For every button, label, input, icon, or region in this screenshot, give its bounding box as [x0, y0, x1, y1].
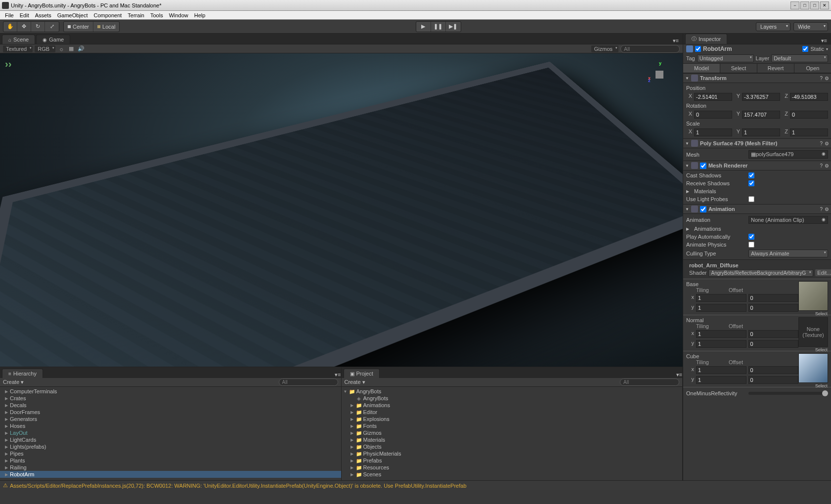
tab-scene[interactable]: ⌂Scene [2, 35, 35, 44]
restore-button[interactable]: □ [810, 1, 819, 9]
chevron-right-icon[interactable]: ▶ [5, 424, 10, 428]
project-item[interactable]: ▶📁Gizmos [342, 429, 683, 436]
scene-viewport[interactable]: ›› x y z [0, 53, 683, 367]
object-name[interactable]: RobotArm [703, 45, 800, 52]
static-checkbox[interactable] [802, 46, 808, 52]
chevron-icon[interactable]: ▶ [350, 424, 355, 428]
lightprobes-checkbox[interactable] [748, 196, 754, 202]
chevron-right-icon[interactable]: ▶ [5, 389, 10, 394]
chevron-icon[interactable]: ▶ [350, 403, 355, 408]
rendermode-dropdown[interactable]: RGB [35, 45, 55, 52]
pos-x-input[interactable] [694, 93, 732, 101]
project-item[interactable]: ▶📁Animations [342, 402, 683, 409]
animation-clip-ref[interactable]: None (Animation Clip)◉ [748, 216, 828, 224]
culling-type-dropdown[interactable]: Always Animate [748, 250, 828, 257]
project-create[interactable]: Create ▾ [345, 379, 365, 385]
tab-hierarchy[interactable]: ≡Hierarchy [2, 369, 43, 378]
cube-tiling-x[interactable] [696, 366, 746, 374]
tag-dropdown[interactable]: Untagged [697, 54, 754, 62]
chevron-right-icon[interactable]: ▶ [5, 438, 10, 442]
menu-gameobject[interactable]: GameObject [54, 12, 91, 18]
chevron-icon[interactable]: ▶ [350, 410, 355, 415]
project-item[interactable]: ▶📁Fonts [342, 422, 683, 429]
hierarchy-search[interactable] [279, 378, 338, 386]
scale-tool[interactable]: ⤢ [45, 22, 59, 32]
hierarchy-item[interactable]: ▶Pipes [0, 450, 341, 457]
chevron-right-icon[interactable]: ▶ [5, 445, 10, 449]
pause-button[interactable]: ❚❚ [431, 22, 446, 32]
base-texture-slot[interactable]: Select [798, 281, 828, 311]
chevron-right-icon[interactable]: ▶ [5, 431, 10, 435]
static-dropdown-icon[interactable]: ▾ [826, 47, 828, 51]
orientation-gizmo[interactable]: x y z [648, 63, 673, 88]
inspector-tabmenu[interactable]: ▾≡ [817, 38, 831, 44]
play-auto-checkbox[interactable] [748, 234, 754, 240]
tab-game[interactable]: ◉Game [36, 35, 70, 44]
menu-edit[interactable]: Edit [17, 12, 32, 18]
chevron-right-icon[interactable]: ▶ [5, 472, 10, 477]
project-item[interactable]: ▶📁Objects [342, 443, 683, 450]
gizmo-z-axis[interactable]: z [648, 78, 651, 83]
menu-window[interactable]: Window [166, 12, 191, 18]
prefab-revert-button[interactable]: Revert [757, 64, 794, 73]
scene-light-toggle[interactable]: ☼ [57, 46, 65, 52]
hierarchy-item[interactable]: ▶Hoses [0, 422, 341, 429]
gizmo-y-axis[interactable]: y [659, 61, 661, 66]
chevron-right-icon[interactable]: ▶ [5, 403, 10, 408]
project-item[interactable]: ▶📁Editor [342, 409, 683, 416]
hierarchy-item[interactable]: ▶RobotArm [0, 471, 341, 478]
chevron-right-icon[interactable]: ▶ [5, 417, 10, 421]
project-item[interactable]: ▶📁Explosions [342, 416, 683, 422]
help-icon[interactable]: ? [820, 141, 823, 146]
prefab-select-button[interactable]: Select [720, 64, 757, 73]
object-enabled-checkbox[interactable] [695, 46, 701, 52]
minimize-button[interactable]: − [790, 1, 799, 9]
chevron-icon[interactable]: ▶ [350, 417, 355, 421]
chevron-right-icon[interactable]: ▶ [5, 459, 10, 463]
hierarchy-item[interactable]: ▶DoorFrames [0, 409, 341, 416]
chevron-icon[interactable]: ▶ [350, 459, 355, 463]
cast-shadows-checkbox[interactable] [748, 172, 754, 178]
help-icon[interactable]: ? [820, 207, 823, 212]
pivot-local-toggle[interactable]: Local [93, 22, 119, 32]
project-item[interactable]: ◈AngryBots [342, 395, 683, 402]
move-tool[interactable]: ✥ [17, 22, 31, 32]
hierarchy-item[interactable]: ▶Crates [0, 395, 341, 402]
cube-tiling-y[interactable] [696, 376, 746, 384]
scale-x-input[interactable] [694, 128, 732, 136]
meshrenderer-enabled[interactable] [700, 163, 706, 169]
chevron-icon[interactable]: ▶ [350, 472, 355, 477]
chevron-icon[interactable]: ▶ [350, 438, 355, 442]
hierarchy-create[interactable]: Create ▾ [3, 379, 24, 385]
normal-tiling-x[interactable] [696, 330, 746, 338]
prefab-open-button[interactable]: Open [794, 64, 831, 73]
hierarchy-item[interactable]: ▶Decals [0, 402, 341, 409]
project-item[interactable]: ▶📁PhysicMaterials [342, 450, 683, 457]
pos-y-input[interactable] [742, 93, 780, 101]
clip-picker-icon[interactable]: ◉ [822, 217, 826, 223]
scale-z-input[interactable] [790, 128, 828, 136]
hierarchy-list[interactable]: ▶ComputerTerminals▶Crates▶Decals▶DoorFra… [0, 387, 341, 480]
menu-tools[interactable]: Tools [147, 12, 166, 18]
shader-edit-button[interactable]: Edit... [815, 269, 831, 276]
animate-physics-checkbox[interactable] [748, 242, 754, 248]
tab-project[interactable]: ▣Project [344, 369, 380, 378]
chevron-right-icon[interactable]: ▶ [5, 410, 10, 415]
menu-terrain[interactable]: Terrain [125, 12, 147, 18]
normal-tiling-y[interactable] [696, 340, 746, 348]
project-item[interactable]: ▶📁Scenes [342, 471, 683, 478]
maximize-button[interactable]: □ [800, 1, 809, 9]
base-tiling-y[interactable] [696, 304, 746, 312]
base-offset-x[interactable] [748, 294, 799, 302]
rot-z-input[interactable] [790, 111, 828, 119]
project-item[interactable]: ▼📁AngryBots [342, 388, 683, 395]
chevron-icon[interactable]: ▶ [350, 431, 355, 435]
project-item[interactable]: ▶📁Prefabs [342, 457, 683, 464]
transform-header[interactable]: ▼ Transform ? ⚙ [683, 73, 831, 83]
menu-assets[interactable]: Assets [32, 12, 54, 18]
scene-search[interactable] [620, 45, 680, 53]
normal-offset-x[interactable] [748, 330, 799, 338]
normal-offset-y[interactable] [748, 340, 799, 348]
animation-enabled[interactable] [700, 206, 706, 212]
hierarchy-tabmenu[interactable]: ▾≡ [335, 372, 341, 378]
